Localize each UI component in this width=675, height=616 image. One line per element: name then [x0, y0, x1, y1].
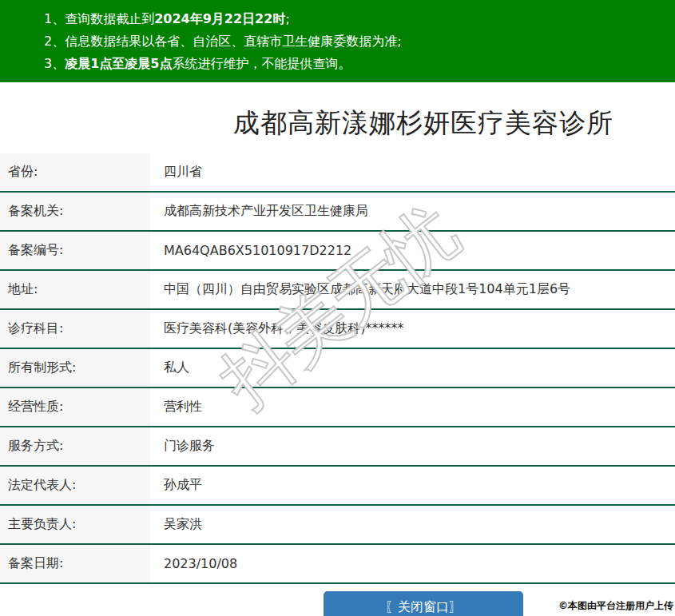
notice-3-suffix: 系统进行维护，不能提供查询。 — [172, 56, 351, 71]
row-label: 备案机关: — [0, 193, 150, 230]
row-value: MA64QAB6X51010917D2212 — [150, 232, 351, 269]
table-row-principal: 主要负责人: 吴家洪 — [0, 506, 675, 545]
notice-1-suffix: ; — [285, 11, 289, 26]
table-row-filing-number: 备案编号: MA64QAB6X51010917D2212 — [0, 232, 675, 271]
table-row-treatment-subjects: 诊疗科目: 医疗美容科(美容外科，美容皮肤科)****** — [0, 310, 675, 349]
notice-1-text: 1、查询数据截止到 — [44, 11, 154, 26]
notice-3-bold: 凌晨1点至凌晨5点 — [65, 56, 172, 71]
notice-line-1: 1、查询数据截止到2024年9月22日22时; — [44, 8, 675, 30]
table-row-address: 地址: 中国（四川）自由贸易实验区成都高新天府大道中段1号104单元1层6号 — [0, 271, 675, 310]
notice-banner: 1、查询数据截止到2024年9月22日22时; 2、信息数据结果以各省、自治区、… — [0, 0, 675, 82]
row-value: 门诊服务 — [150, 427, 215, 465]
row-value: 2023/10/08 — [150, 545, 237, 582]
notice-line-2: 2、信息数据结果以各省、自治区、直辖市卫生健康委数据为准; — [44, 30, 675, 53]
row-label: 备案日期: — [0, 545, 150, 582]
query-result-page: { "notice": { "lines": [ { "prefix": "1、… — [0, 0, 675, 616]
table-row-filing-date: 备案日期: 2023/10/08 — [0, 545, 675, 584]
facility-title: 成都高新漾娜杉妍医疗美容诊所 — [0, 106, 675, 140]
row-label: 服务方式: — [0, 427, 150, 465]
record-table: 省份: 四川省 备案机关: 成都高新技术产业开发区卫生健康局 备案编号: MA6… — [0, 153, 675, 584]
row-label: 法定代表人: — [0, 467, 150, 504]
row-label: 主要负责人: — [0, 506, 150, 543]
close-window-button[interactable]: 〖关闭窗口〗 — [324, 591, 523, 616]
notice-2-text: 2、信息数据结果以各省、自治区、直辖市卫生健康委数据为准; — [44, 34, 402, 49]
table-row-operating-nature: 经营性质: 营利性 — [0, 388, 675, 427]
row-value: 医疗美容科(美容外科，美容皮肤科)****** — [150, 310, 403, 348]
row-value: 吴家洪 — [150, 506, 202, 543]
row-value: 成都高新技术产业开发区卫生健康局 — [150, 193, 368, 230]
table-row-legal-representative: 法定代表人: 孙成平 — [0, 467, 675, 506]
row-label: 地址: — [0, 271, 150, 308]
notice-line-3: 3、凌晨1点至凌晨5点系统进行维护，不能提供查询。 — [44, 53, 675, 75]
page-container: 1、查询数据截止到2024年9月22日22时; 2、信息数据结果以各省、自治区、… — [0, 0, 675, 616]
table-row-filing-authority: 备案机关: 成都高新技术产业开发区卫生健康局 — [0, 193, 675, 232]
row-label: 经营性质: — [0, 388, 150, 426]
notice-3-text: 3、 — [44, 56, 65, 71]
row-value: 中国（四川）自由贸易实验区成都高新天府大道中段1号104单元1层6号 — [150, 271, 570, 308]
table-row-service-mode: 服务方式: 门诊服务 — [0, 427, 675, 467]
table-row-ownership-form: 所有制形式: 私人 — [0, 349, 675, 388]
row-value: 营利性 — [150, 388, 202, 426]
row-label: 省份: — [0, 153, 150, 191]
notice-1-bold: 2024年9月22日22时 — [154, 11, 285, 26]
table-row-province: 省份: 四川省 — [0, 153, 675, 193]
row-label: 诊疗科目: — [0, 310, 150, 348]
row-value: 四川省 — [150, 153, 202, 191]
row-label: 备案编号: — [0, 232, 150, 269]
row-value: 私人 — [150, 349, 189, 387]
row-label: 所有制形式: — [0, 349, 150, 387]
row-value: 孙成平 — [150, 467, 202, 504]
image-attribution-text: ©本图由平台注册用户上传 — [558, 599, 673, 613]
